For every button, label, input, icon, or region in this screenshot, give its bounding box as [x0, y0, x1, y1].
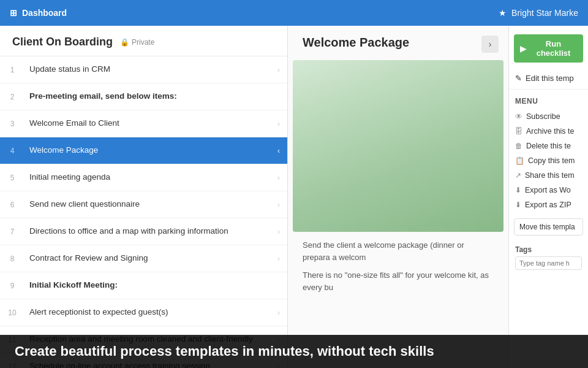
product-image: JAM associated students inc: [293, 60, 503, 232]
content-title: Welcome Package: [303, 36, 409, 50]
item-text: Send new client questionnaire: [24, 193, 277, 217]
trash-icon: 🗑: [515, 142, 522, 150]
item-number: 6: [0, 201, 24, 209]
checklist-item-1[interactable]: 1 Update status in CRM ›: [0, 56, 287, 83]
item-number: 8: [0, 255, 24, 263]
item-text: Initial meeting agenda: [24, 166, 277, 190]
item-text: Pre-meeting email, send below items:: [24, 85, 280, 109]
top-nav: ⊞ Dashboard ★ Bright Star Marke: [0, 0, 588, 26]
collapse-button[interactable]: ›: [481, 36, 499, 53]
share-icon: ↗: [515, 171, 521, 180]
checklist-items: 1 Update status in CRM › 2 Pre-meeting e…: [0, 56, 287, 368]
arrow-icon: ›: [277, 174, 280, 182]
move-template-label: Move this templa: [519, 223, 575, 231]
item-number: 7: [0, 228, 24, 236]
play-icon: ▶: [520, 44, 526, 53]
checklist-item-9[interactable]: 9 Initial Kickoff Meeting:: [0, 272, 287, 299]
arrow-icon: ›: [277, 120, 280, 128]
export-word-item[interactable]: ⬇ Export as Wo: [509, 183, 588, 197]
tags-label: Tags: [515, 245, 582, 254]
item-text: Alert receptionist to expected guest(s): [24, 301, 277, 324]
left-header: Client On Boarding 🔒 Private: [0, 26, 287, 56]
privacy-badge: 🔒 Private: [120, 38, 154, 47]
item-text: Welcome Email to Client: [24, 112, 277, 136]
share-item[interactable]: ↗ Share this tem: [509, 168, 588, 183]
user-icon: ★: [499, 8, 507, 18]
item-number: 3: [0, 120, 24, 128]
item-text: Directions to office and a map with park…: [24, 220, 277, 243]
subscribe-label: Subscribe: [526, 112, 560, 121]
arrow-icon: ›: [277, 309, 280, 317]
item-number: 1: [0, 66, 24, 74]
export-zip-item[interactable]: ⬇ Export as ZIP: [509, 197, 588, 212]
item-text: Update status in CRM: [24, 58, 277, 82]
checklist-item-6[interactable]: 6 Send new client questionnaire ›: [0, 191, 287, 218]
arrow-icon: ›: [277, 228, 280, 236]
banner-text: Create beautiful process templates in mi…: [15, 343, 434, 359]
checklist-item-5[interactable]: 5 Initial meeting agenda ›: [0, 164, 287, 191]
brand-label: Dashboard: [22, 8, 67, 18]
edit-template-label: Edit this temp: [526, 74, 574, 83]
nav-user[interactable]: ★ Bright Star Marke: [499, 8, 578, 18]
image-background: [293, 60, 503, 232]
archive-item[interactable]: 🗄 Archive this te: [509, 124, 588, 139]
export-word-label: Export as Wo: [525, 186, 571, 194]
checklist-item-4[interactable]: 4 Welcome Package ‹: [0, 137, 287, 164]
copy-label: Copy this tem: [528, 156, 575, 165]
checklist-item-3[interactable]: 3 Welcome Email to Client ›: [0, 110, 287, 137]
desc-line2: There is no "one-size fits all" for your…: [303, 270, 489, 292]
run-checklist-label: Run checklist: [530, 39, 577, 58]
item-number: 10: [0, 309, 24, 317]
arrow-icon: ›: [277, 255, 280, 263]
arrow-icon: ‹: [277, 147, 280, 155]
delete-item[interactable]: 🗑 Delete this te: [509, 139, 588, 153]
privacy-label: Private: [132, 38, 154, 47]
menu-label: Menu: [509, 94, 588, 109]
export-word-icon: ⬇: [515, 186, 521, 194]
pencil-icon: ✎: [515, 74, 522, 83]
desc-line1: Send the client a welcome package (dinne…: [303, 240, 464, 262]
user-label: Bright Star Marke: [511, 8, 578, 18]
right-panel: ▶ Run checklist ✎ Edit this temp Menu 👁 …: [508, 26, 588, 368]
subscribe-icon: 👁: [515, 112, 522, 121]
item-number: 2: [0, 93, 24, 101]
content-description: Send the client a welcome package (dinne…: [288, 232, 508, 268]
move-template-button[interactable]: Move this templa: [514, 218, 583, 236]
checklist-item-2[interactable]: 2 Pre-meeting email, send below items:: [0, 83, 287, 110]
item-text: Welcome Package: [24, 139, 277, 163]
checklist-item-8[interactable]: 8 Contract for Review and Signing ›: [0, 245, 287, 272]
bottom-banner: Create beautiful process templates in mi…: [0, 335, 588, 368]
edit-template-button[interactable]: ✎ Edit this temp: [509, 70, 588, 90]
tags-section: Tags: [509, 240, 588, 275]
arrow-icon: ›: [277, 201, 280, 209]
grid-icon: ⊞: [10, 8, 17, 18]
item-number: 5: [0, 174, 24, 182]
subscribe-item[interactable]: 👁 Subscribe: [509, 109, 588, 124]
export-zip-icon: ⬇: [515, 201, 521, 209]
middle-panel: Welcome Package ›: [288, 26, 508, 368]
item-number: 4: [0, 147, 24, 155]
copy-icon: 📋: [515, 156, 524, 165]
content-description2: There is no "one-size fits all" for your…: [288, 268, 508, 298]
checklist-item-10[interactable]: 10 Alert receptionist to expected guest(…: [0, 299, 287, 326]
middle-top: Welcome Package ›: [288, 26, 508, 60]
export-zip-label: Export as ZIP: [525, 201, 571, 209]
main-layout: Client On Boarding 🔒 Private 1 Update st…: [0, 26, 588, 368]
lock-icon: 🔒: [120, 38, 129, 47]
archive-label: Archive this te: [526, 127, 575, 136]
nav-brand[interactable]: ⊞ Dashboard: [10, 8, 67, 18]
left-panel: Client On Boarding 🔒 Private 1 Update st…: [0, 26, 288, 368]
share-label: Share this tem: [525, 171, 575, 180]
copy-item[interactable]: 📋 Copy this tem: [509, 153, 588, 168]
item-text: Contract for Review and Signing: [24, 247, 277, 270]
arrow-icon: ›: [277, 66, 280, 74]
tags-input[interactable]: [515, 256, 582, 270]
run-checklist-button[interactable]: ▶ Run checklist: [514, 34, 583, 63]
content-image: JAM associated students inc: [293, 60, 503, 232]
item-number: 9: [0, 282, 24, 290]
checklist-title: Client On Boarding: [12, 36, 113, 48]
item-text: Initial Kickoff Meeting:: [24, 274, 280, 297]
checklist-item-7[interactable]: 7 Directions to office and a map with pa…: [0, 218, 287, 245]
archive-icon: 🗄: [515, 127, 522, 136]
delete-label: Delete this te: [526, 142, 571, 150]
